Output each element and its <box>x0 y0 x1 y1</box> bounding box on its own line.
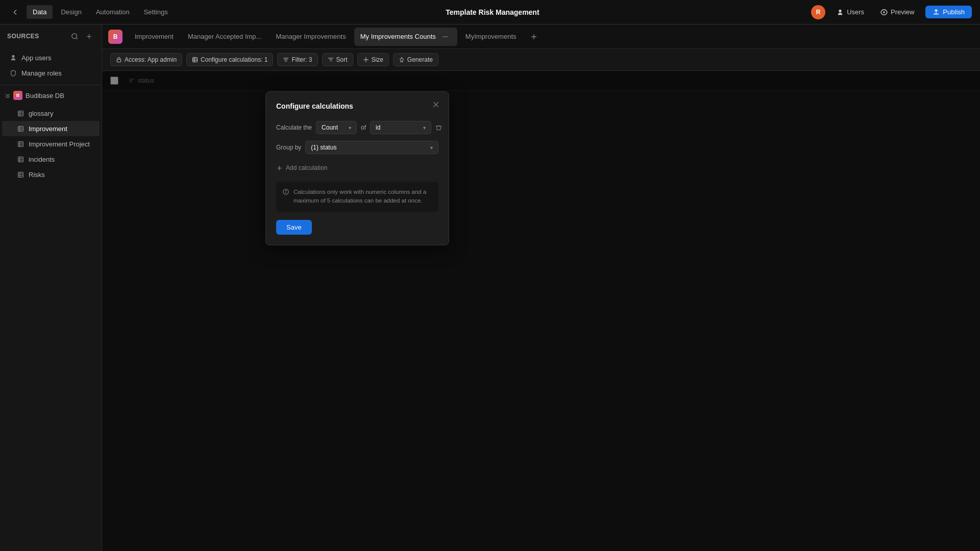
configure-calculations-modal: Configure calculations Calculate the Cou… <box>265 91 449 245</box>
db-items-section: glossary Improvement Improvement Project… <box>0 104 102 184</box>
group-by-row: Group by (1) status ▾ <box>276 141 438 154</box>
table-icon-improvement <box>16 124 24 133</box>
group-by-chevron-icon: ▾ <box>430 145 433 151</box>
toolbar: Access: App admin Configure calculations… <box>102 49 980 71</box>
calculate-row: Calculate the Count ▾ of id ▾ <box>276 120 438 135</box>
tab-add-button[interactable] <box>527 30 541 44</box>
svg-point-23 <box>446 36 447 37</box>
modal-overlay: Configure calculations Calculate the Cou… <box>102 71 980 551</box>
sidebar-item-incidents[interactable]: incidents <box>2 152 100 167</box>
avatar: R <box>811 5 825 19</box>
table-icon-glossary <box>16 109 24 117</box>
users-button[interactable]: Users <box>831 6 869 18</box>
risks-label: Risks <box>29 171 45 179</box>
filter-label: Filter: 3 <box>291 56 312 63</box>
sort-button[interactable]: Sort <box>322 53 353 66</box>
improvement-project-label: Improvement Project <box>29 140 90 148</box>
svg-rect-5 <box>18 126 23 131</box>
of-select[interactable]: id ▾ <box>370 121 431 134</box>
publish-label: Publish <box>943 8 965 16</box>
sidebar-item-manage-roles[interactable]: Manage roles <box>2 65 100 81</box>
db-name: Budibase DB <box>26 92 64 99</box>
tab-bar: B Improvement Manager Accepted Imp... Ma… <box>102 24 980 49</box>
tab-improvement[interactable]: Improvement <box>129 30 180 43</box>
preview-button[interactable]: Preview <box>875 6 919 18</box>
incidents-label: incidents <box>29 156 55 163</box>
tab-my-improvements-counts[interactable]: My Improvements Counts <box>354 28 457 46</box>
preview-label: Preview <box>891 8 914 16</box>
sidebar-header-icons <box>69 31 94 42</box>
svg-point-31 <box>286 190 286 191</box>
svg-rect-25 <box>193 58 198 62</box>
modal-title: Configure calculations <box>276 102 438 110</box>
table-area: status Configure calculations Calculate … <box>102 71 980 551</box>
sidebar-item-glossary[interactable]: glossary <box>2 106 100 121</box>
content-area: B Improvement Manager Accepted Imp... Ma… <box>102 24 980 551</box>
calculate-label: Calculate the <box>276 124 312 131</box>
improvement-label: Improvement <box>29 125 67 133</box>
sort-label: Sort <box>336 56 348 63</box>
sidebar-item-risks[interactable]: Risks <box>2 167 100 182</box>
count-select[interactable]: Count ▾ <box>316 121 357 134</box>
generate-label: Generate <box>407 56 433 63</box>
sidebar-top-section: App users Manage roles <box>0 48 102 83</box>
svg-point-21 <box>443 36 444 37</box>
nav-tab-settings[interactable]: Settings <box>138 5 174 19</box>
add-source-button[interactable] <box>83 31 94 42</box>
db-header[interactable]: B Budibase DB <box>0 87 102 104</box>
size-button[interactable]: Size <box>357 53 389 66</box>
tab-more-icon-button[interactable] <box>439 31 451 43</box>
filter-button[interactable]: Filter: 3 <box>277 53 317 66</box>
db-logo: B <box>13 91 22 100</box>
manage-roles-label: Manage roles <box>21 69 62 77</box>
sources-title: Sources <box>7 33 39 40</box>
tab-improvement-label: Improvement <box>135 33 174 40</box>
back-button[interactable] <box>8 5 22 19</box>
save-button[interactable]: Save <box>276 220 312 235</box>
sidebar-header: Sources <box>0 24 102 48</box>
tab-manager-accepted[interactable]: Manager Accepted Imp... <box>182 30 268 43</box>
main-layout: Sources App users Mana <box>0 24 980 551</box>
users-label: Users <box>847 8 864 16</box>
tab-manager-improvements[interactable]: Manager Improvements <box>270 30 352 43</box>
sidebar-item-improvement[interactable]: Improvement <box>2 121 100 136</box>
generate-button[interactable]: Generate <box>393 53 438 66</box>
search-icon-button[interactable] <box>69 31 80 42</box>
of-value: id <box>376 124 380 131</box>
add-calculation-row[interactable]: Add calculation <box>276 162 438 173</box>
modal-close-button[interactable] <box>430 99 442 110</box>
nav-tab-data[interactable]: Data <box>27 5 53 19</box>
glossary-label: glossary <box>29 110 53 117</box>
nav-tab-design[interactable]: Design <box>55 5 87 19</box>
svg-point-22 <box>445 36 446 37</box>
svg-rect-1 <box>18 111 23 116</box>
publish-button[interactable]: Publish <box>925 6 972 18</box>
person-icon <box>9 54 17 62</box>
svg-rect-24 <box>117 59 121 62</box>
table-icon-incidents <box>16 155 24 163</box>
sidebar-item-improvement-project[interactable]: Improvement Project <box>2 136 100 152</box>
access-label: Access: App admin <box>125 56 177 63</box>
size-label: Size <box>372 56 383 63</box>
nav-tab-automation[interactable]: Automation <box>90 5 136 19</box>
nav-tabs: Data Design Automation Settings <box>27 5 174 19</box>
of-label: of <box>361 124 366 131</box>
tab-manager-accepted-label: Manager Accepted Imp... <box>188 33 262 40</box>
svg-rect-17 <box>18 172 23 177</box>
tab-bar-logo: B <box>108 30 122 44</box>
sidebar: Sources App users Mana <box>0 24 102 551</box>
count-value: Count <box>322 124 338 131</box>
table-icon-improvement-project <box>16 140 24 148</box>
top-right-actions: R Users Preview Publish <box>811 5 972 19</box>
save-label: Save <box>286 223 302 231</box>
sidebar-item-app-users[interactable]: App users <box>2 50 100 65</box>
group-by-select[interactable]: (1) status ▾ <box>305 141 438 154</box>
svg-rect-9 <box>18 141 23 146</box>
info-icon <box>282 188 289 195</box>
group-by-value: (1) status <box>311 144 336 151</box>
configure-calculations-button[interactable]: Configure calculations: 1 <box>186 53 273 66</box>
tab-my-improvements[interactable]: MyImprovements <box>459 30 523 43</box>
svg-point-0 <box>883 11 885 13</box>
delete-calc-button[interactable] <box>435 120 442 135</box>
sidebar-divider <box>0 85 102 85</box>
